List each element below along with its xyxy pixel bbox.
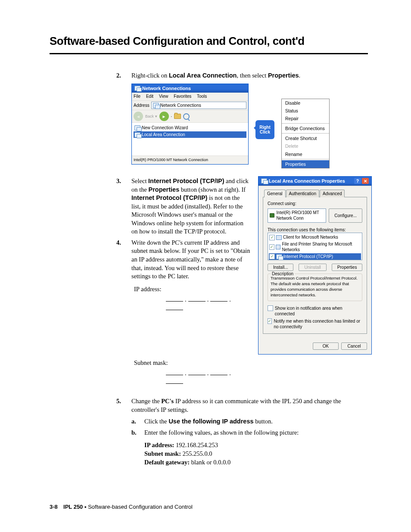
notify-checkbox[interactable]: ✓ (268, 318, 272, 324)
page-footer: 3-8 IPL 250 • Software-based Configurati… (50, 504, 193, 510)
page-title: Software-based Configuration and Control… (50, 34, 368, 54)
show-icon-checkbox[interactable] (268, 305, 273, 311)
menu-separator (282, 159, 329, 159)
properties-button[interactable]: Properties (332, 264, 363, 271)
text: Select (131, 177, 148, 184)
show-icon-label: Show icon in notification area when conn… (275, 305, 362, 317)
lan-properties-dialog: Local Area Connection Properties ? ✕ Gen… (258, 176, 372, 355)
text: . (299, 72, 301, 79)
window-statusbar: Intel(R) PRO/1000 MT Network Connection (132, 156, 248, 164)
gateway-label: Default gateway: (144, 459, 190, 466)
adapter-field: Intel(R) PRO/1000 MT Network Conn (268, 208, 326, 223)
ip-address-row: IP address: (134, 285, 250, 294)
step5a-number: a. (131, 417, 144, 426)
item-label: File and Printer Sharing for Microsoft N… (282, 241, 361, 253)
list-item[interactable]: ✓Client for Microsoft Networks (269, 234, 361, 241)
text-bold: Internet Protocol (TCP/IP) (131, 194, 207, 201)
item-label: Internet Protocol (TCP/IP) (283, 254, 333, 260)
window-title: Network Connections (142, 85, 191, 92)
help-button[interactable]: ? (354, 178, 361, 184)
items-listbox[interactable]: ✓Client for Microsoft Networks ✓File and… (268, 233, 362, 260)
window-titlebar: Network Connections (132, 84, 248, 93)
menu-edit[interactable]: Edit (146, 94, 153, 99)
item-label: Client for Microsoft Networks (283, 234, 338, 240)
list-item[interactable]: ✓File and Printer Sharing for Microsoft … (269, 241, 361, 253)
network-connections-window: Network Connections File Edit View Favor… (131, 84, 249, 165)
text: Click the (144, 418, 168, 425)
close-button[interactable]: ✕ (362, 178, 369, 184)
text-bold: PC's (161, 398, 174, 404)
ok-button[interactable]: OK (313, 342, 339, 350)
menu-repair[interactable]: Repair (282, 115, 329, 122)
folder-up-icon[interactable] (174, 114, 181, 119)
step2-number: 2. (116, 72, 131, 80)
text: button (shown at right). If (179, 186, 246, 193)
ip-address-blanks: ... (164, 296, 250, 312)
text-bold: Use the following IP address (168, 418, 253, 425)
menu-delete: Delete (282, 142, 329, 150)
subnet-value-row: Subnet mask: 255.255.0.0 (144, 450, 368, 458)
menu-file[interactable]: File (134, 94, 140, 99)
list-item-selected[interactable]: ✓Internet Protocol (TCP/IP) (269, 253, 361, 260)
items-label: This connection uses the following items… (268, 227, 362, 233)
search-icon[interactable] (183, 113, 190, 120)
adapter-name: Intel(R) PRO/1000 MT Network Conn (276, 210, 324, 221)
context-menu: Disable Status Repair Bridge Connections… (281, 99, 330, 168)
tab-general[interactable]: General (264, 190, 286, 198)
menu-rename[interactable]: Rename (282, 150, 329, 158)
menu-view[interactable]: View (159, 94, 168, 99)
lan-icon (134, 132, 140, 137)
menu-bridge[interactable]: Bridge Connections (282, 124, 329, 132)
window-body: New Connection Wizard Local Area Connect… (132, 123, 248, 156)
gateway-value: blank or 0.0.0.0 (190, 459, 230, 466)
menu-separator (282, 133, 329, 134)
dialog-title: Local Area Connection Properties (269, 178, 345, 184)
wizard-icon (134, 125, 140, 131)
checkbox-icon[interactable]: ✓ (269, 254, 275, 259)
checkbox-icon[interactable]: ✓ (269, 235, 275, 240)
menu-status[interactable]: Status (282, 107, 329, 115)
cancel-button[interactable]: Cancel (341, 342, 367, 350)
forward-button[interactable]: ► (159, 112, 169, 121)
checkbox-icon[interactable]: ✓ (269, 244, 274, 250)
configure-button[interactable]: Configure... (329, 208, 362, 223)
install-button[interactable]: Install... (268, 264, 293, 271)
window-addressbar: Address Network Connections (132, 101, 248, 111)
subnet-value: 255.255.0.0 (181, 450, 212, 457)
right-click-callout: Right Click (255, 120, 274, 139)
connect-using-label: Connect using: (268, 201, 362, 207)
step5a-text: Click the Use the following IP address b… (144, 417, 368, 426)
menu-disable[interactable]: Disable (282, 99, 329, 107)
tab-authentication[interactable]: Authentication (286, 190, 319, 198)
text-bold: Properties (268, 72, 299, 79)
client-icon (276, 235, 282, 240)
menu-create-shortcut[interactable]: Create Shortcut (282, 134, 329, 142)
tcpip-icon (276, 254, 282, 259)
page-number: 3-8 (50, 504, 58, 510)
text: button. (254, 418, 273, 425)
address-label: Address (134, 103, 149, 109)
text-bold: Local Area Connection (169, 72, 237, 79)
step5b-text: Enter the following values, as shown in … (144, 429, 368, 437)
item-label: New Connection Wizard (142, 125, 188, 131)
menu-properties[interactable]: Properties (282, 160, 329, 168)
tab-advanced[interactable]: Advanced (320, 190, 345, 198)
step2-text: Right-click on Local Area Connection, th… (131, 72, 368, 80)
separator: · (171, 114, 172, 120)
ip-address-label: IP address: (134, 285, 162, 294)
item-label: Local Area Connection (142, 132, 185, 138)
menu-tools[interactable]: Tools (197, 94, 207, 99)
ip-value-row: IP address: 192.168.254.253 (144, 441, 368, 450)
back-button[interactable]: ◄ (134, 112, 143, 121)
list-item-selected[interactable]: Local Area Connection (134, 131, 246, 138)
menu-favorites[interactable]: Favorites (174, 94, 191, 99)
text-bold: Properties (148, 186, 179, 193)
ip-label: IP address: (144, 442, 174, 448)
text-bold: Internet Protocol (TCP/IP) (148, 177, 224, 184)
address-field[interactable]: Network Connections (151, 102, 246, 109)
step5-number: 5. (116, 397, 131, 414)
ip-value: 192.168.254.253 (174, 442, 218, 448)
dialog-tabs: General Authentication Advanced (264, 190, 367, 198)
uninstall-button: Uninstall (299, 264, 326, 271)
list-item[interactable]: New Connection Wizard (134, 124, 246, 131)
